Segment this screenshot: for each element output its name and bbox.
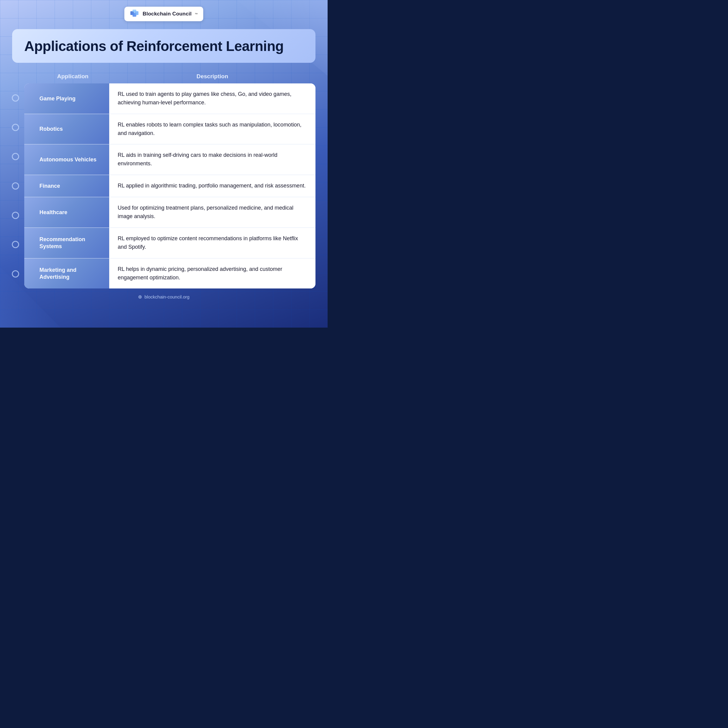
footer-url: blockchain-council.org	[144, 294, 189, 300]
desc-cell-game-playing: RL used to train agents to play games li…	[109, 83, 315, 114]
col-header-application: Application	[30, 68, 115, 83]
indicator-6	[12, 241, 19, 248]
app-cell-healthcare: Healthcare	[24, 197, 109, 228]
col-header-description: Description	[115, 68, 309, 83]
table-row: Healthcare Used for optimizing treatment…	[24, 197, 315, 228]
indicator-4	[12, 182, 19, 190]
globe-icon: ⊕	[138, 294, 142, 300]
desc-cell-finance: RL applied in algorithmic trading, portf…	[109, 175, 315, 197]
app-name-game-playing: Game Playing	[40, 95, 75, 102]
table-row: Autonomous Vehicles RL aids in training …	[24, 144, 315, 175]
desc-text-healthcare: Used for optimizing treatment plans, per…	[118, 204, 306, 221]
logo-icon	[130, 9, 139, 19]
table-body: Game Playing RL used to train agents to …	[24, 83, 315, 289]
app-cell-autonomous: Autonomous Vehicles	[24, 144, 109, 175]
app-cell-finance: Finance	[24, 175, 109, 197]
app-name-healthcare: Healthcare	[40, 209, 67, 216]
title-card: Applications of Reinforcement Learning	[12, 29, 315, 63]
app-name-finance: Finance	[40, 183, 60, 190]
desc-text-finance: RL applied in algorithmic trading, portf…	[118, 182, 306, 190]
desc-text-recommendation: RL employed to optimize content recommen…	[118, 234, 306, 251]
desc-text-autonomous: RL aids in training self-driving cars to…	[118, 151, 306, 168]
desc-cell-autonomous: RL aids in training self-driving cars to…	[109, 144, 315, 175]
indicators-bar	[11, 83, 20, 289]
logo-badge: Blockchain Council™	[124, 7, 203, 21]
page-title: Applications of Reinforcement Learning	[24, 38, 303, 54]
table-row: Marketing and Advertising RL helps in dy…	[24, 258, 315, 289]
logo-tm: ™	[195, 12, 198, 16]
desc-text-marketing: RL helps in dynamic pricing, personalize…	[118, 265, 306, 282]
table-row: Robotics RL enables robots to learn comp…	[24, 114, 315, 145]
desc-text-game-playing: RL used to train agents to play games li…	[118, 90, 306, 107]
indicator-2	[12, 124, 19, 131]
table-row: Finance RL applied in algorithmic tradin…	[24, 175, 315, 197]
app-cell-marketing: Marketing and Advertising	[24, 258, 109, 289]
app-cell-recommendation: Recommendation Systems	[24, 228, 109, 258]
indicator-1	[12, 94, 19, 102]
indicator-7	[12, 270, 19, 278]
header: Blockchain Council™	[0, 0, 327, 24]
app-name-recommendation: Recommendation Systems	[40, 236, 103, 250]
app-cell-robotics: Robotics	[24, 114, 109, 144]
desc-cell-robotics: RL enables robots to learn complex tasks…	[109, 114, 315, 144]
app-name-robotics: Robotics	[40, 125, 63, 133]
table-header: Application Description	[24, 68, 315, 83]
app-name-marketing: Marketing and Advertising	[40, 267, 103, 280]
table-container: Game Playing RL used to train agents to …	[24, 83, 315, 289]
table-row: Recommendation Systems RL employed to op…	[24, 228, 315, 258]
desc-cell-recommendation: RL employed to optimize content recommen…	[109, 228, 315, 258]
svg-rect-3	[133, 10, 136, 12]
table-row: Game Playing RL used to train agents to …	[24, 83, 315, 114]
app-cell-game-playing: Game Playing	[24, 83, 109, 114]
indicator-3	[12, 153, 19, 160]
indicator-5	[12, 212, 19, 219]
logo-name: Blockchain Council	[142, 11, 191, 17]
desc-cell-healthcare: Used for optimizing treatment plans, per…	[109, 197, 315, 228]
desc-cell-marketing: RL helps in dynamic pricing, personalize…	[109, 258, 315, 289]
footer: ⊕ blockchain-council.org	[0, 294, 327, 300]
desc-text-robotics: RL enables robots to learn complex tasks…	[118, 121, 306, 138]
app-name-autonomous: Autonomous Vehicles	[40, 156, 96, 163]
